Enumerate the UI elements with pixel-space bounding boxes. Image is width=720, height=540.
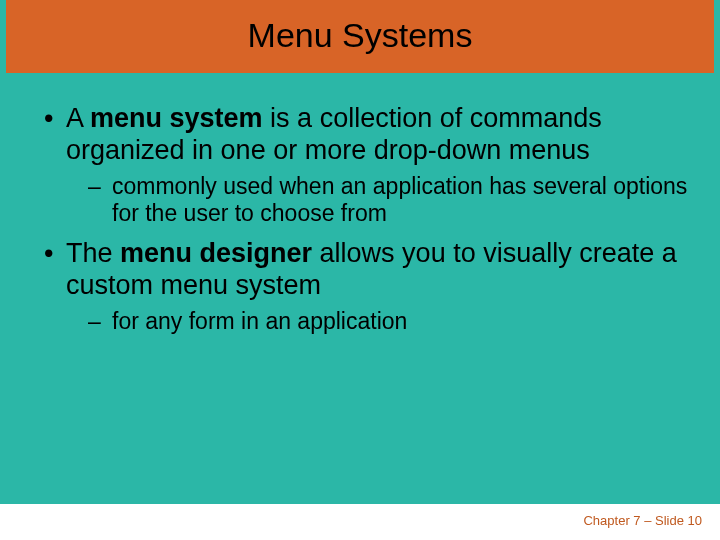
bullet-item: The menu designer allows you to visually… [40,238,690,302]
slide-title: Menu Systems [6,0,714,73]
slide-footer: Chapter 7 – Slide 10 [583,507,702,528]
bullet-item: A menu system is a collection of command… [40,103,690,167]
bullet-text-bold: menu system [90,103,263,133]
slide-content: A menu system is a collection of command… [0,73,720,335]
bullet-text-pre: A [66,103,90,133]
sub-bullet-item: commonly used when an application has se… [40,173,690,228]
sub-bullet-text: for any form in an application [112,308,407,334]
bullet-text-pre: The [66,238,120,268]
bullet-text-bold: menu designer [120,238,312,268]
slide: Menu Systems A menu system is a collecti… [0,0,720,540]
sub-bullet-item: for any form in an application [40,308,690,336]
sub-bullet-text: commonly used when an application has se… [112,173,687,227]
